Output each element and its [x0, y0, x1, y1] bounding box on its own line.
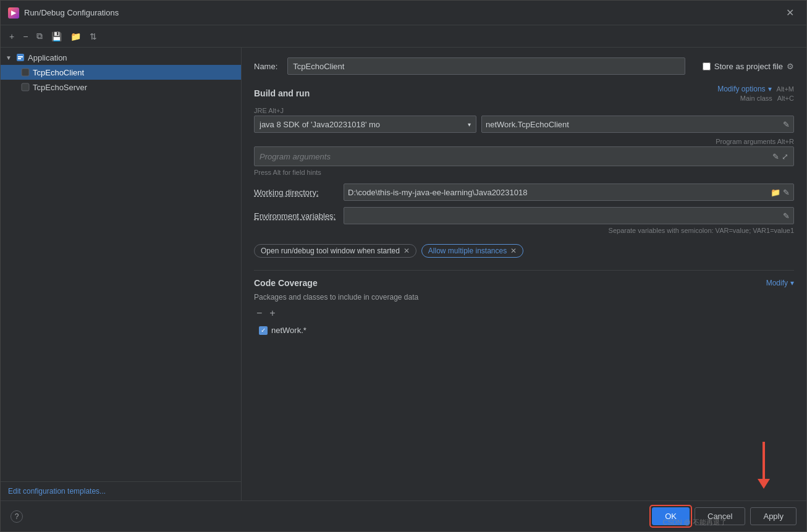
modify-options-link[interactable]: Modify options ▾ Alt+M	[717, 85, 794, 93]
help-button[interactable]: ?	[11, 510, 23, 523]
coverage-remove-button[interactable]: −	[254, 306, 264, 320]
sidebar: ▼ Application	[1, 48, 242, 500]
build-run-section-header: Build and run Modify options ▾ Alt+M Mai…	[254, 85, 794, 102]
coverage-item-network: ✓ netWork.*	[254, 324, 794, 337]
jre-hint: JRE Alt+J	[254, 107, 284, 114]
modify-options-label: Modify options	[717, 85, 765, 93]
sdk-dropdown[interactable]: java 8 SDK of 'Java20231018' mo ▾	[254, 116, 476, 133]
code-coverage-title: Code Coverage	[254, 278, 318, 288]
working-dir-label: Working directory:	[254, 188, 344, 197]
modify-label: Modify	[766, 279, 788, 287]
store-project-checkbox-row: Store as project file ⚙	[703, 62, 794, 71]
copy-config-button[interactable]: ⧉	[33, 28, 46, 44]
main-class-edit-button[interactable]: ✎	[783, 120, 790, 129]
main-class-label: Main class	[740, 95, 772, 102]
jre-hint-row: JRE Alt+J	[254, 107, 794, 114]
store-project-checkbox[interactable]	[703, 62, 711, 70]
working-dir-value: D:\code\this-is-my-java-ee-learning\Java…	[348, 188, 771, 197]
arrow-head	[758, 479, 770, 489]
config-icon-server	[20, 82, 30, 92]
sidebar-item-tcpechoserver[interactable]: TcpEchoServer	[1, 80, 241, 95]
close-button[interactable]: ✕	[781, 4, 799, 21]
tags-row: Open run/debug tool window when started …	[254, 244, 794, 258]
name-input[interactable]	[287, 57, 685, 75]
sidebar-label-tcpechoclient: TcpEchoClient	[33, 68, 84, 77]
program-args-input[interactable]: Program arguments ✎ ⤢	[254, 146, 794, 166]
tag-allow-multiple-instances-label: Allow multiple instances	[428, 247, 507, 255]
svg-rect-3	[22, 69, 29, 76]
working-dir-input[interactable]: D:\code\this-is-my-java-ee-learning\Java…	[344, 184, 794, 201]
apply-button[interactable]: Apply	[750, 507, 796, 525]
env-vars-label: Environment variables:	[254, 211, 344, 221]
name-label: Name:	[254, 62, 277, 71]
sdk-value: java 8 SDK of 'Java20231018' mo	[260, 120, 465, 129]
program-args-placeholder: Program arguments	[260, 152, 331, 161]
sidebar-item-tcpechoclient[interactable]: TcpEchoClient	[1, 65, 241, 80]
tag-open-tool-window-close[interactable]: ✕	[404, 247, 410, 255]
working-dir-folder-button[interactable]: 📁	[771, 188, 780, 197]
edit-templates-link[interactable]: Edit configuration templates...	[1, 481, 241, 500]
svg-rect-4	[22, 83, 29, 91]
store-project-label: Store as project file	[714, 62, 783, 71]
main-class-value: netWork.TcpEchoClient	[486, 120, 783, 129]
coverage-item-label: netWork.*	[271, 326, 306, 335]
program-args-edit-icon[interactable]: ✎	[772, 152, 779, 161]
tag-allow-multiple-instances[interactable]: Allow multiple instances ✕	[421, 244, 523, 258]
sdk-main-class-row: java 8 SDK of 'Java20231018' mo ▾ netWor…	[254, 116, 794, 133]
main-class-input-row: netWork.TcpEchoClient ✎	[481, 116, 794, 133]
svg-rect-1	[18, 56, 23, 57]
code-coverage-section: Code Coverage Modify ▾ Packages and clas…	[254, 270, 794, 337]
build-run-title: Build and run	[254, 88, 310, 98]
coverage-desc: Packages and classes to include in cover…	[254, 293, 794, 302]
config-icon-client	[20, 67, 30, 77]
bottom-left: ?	[11, 510, 647, 523]
sort-button[interactable]: ⇅	[86, 29, 101, 44]
main-class-shortcut: Alt+C	[777, 95, 794, 102]
sdk-dropdown-arrow: ▾	[468, 121, 471, 128]
content-area: ▼ Application	[1, 48, 806, 500]
program-args-section: Program arguments Alt+R Program argument…	[254, 138, 794, 184]
press-alt-hint: Press Alt for field hints	[254, 169, 794, 176]
application-group-label: Application	[28, 53, 67, 62]
toolbar: + − ⧉ 💾 📁 ⇅	[1, 25, 806, 48]
app-icon: ▶	[8, 7, 19, 19]
chevron-down-icon: ▾	[768, 85, 772, 93]
modify-chevron-icon: ▾	[790, 279, 794, 287]
settings-icon: ⚙	[787, 62, 794, 71]
tree-collapse-arrow: ▼	[6, 54, 13, 61]
coverage-checkbox-network[interactable]: ✓	[259, 326, 268, 335]
sidebar-item-application[interactable]: ▼ Application	[1, 50, 241, 65]
arrow-annotation	[758, 442, 770, 489]
remove-config-button[interactable]: −	[19, 29, 32, 44]
arrow-body	[763, 442, 765, 479]
dialog-title: Run/Debug Configurations	[24, 8, 781, 17]
separate-vars-hint: Separate variables with semicolon: VAR=v…	[254, 227, 794, 234]
tag-open-tool-window-label: Open run/debug tool window when started	[261, 247, 400, 255]
modify-link[interactable]: Modify ▾	[766, 279, 794, 287]
config-tree: ▼ Application	[1, 48, 241, 97]
main-panel: Name: Store as project file ⚙ Build and …	[242, 48, 806, 500]
env-vars-edit-button[interactable]: ✎	[783, 211, 790, 221]
tag-allow-multiple-instances-close[interactable]: ✕	[510, 247, 517, 255]
coverage-toolbar: − +	[254, 306, 794, 320]
sidebar-label-tcpechoserver: TcpEchoServer	[33, 83, 87, 92]
save-config-button[interactable]: 💾	[48, 29, 65, 44]
name-row: Name: Store as project file ⚙	[254, 57, 794, 75]
program-args-hint: Program arguments Alt+R	[716, 138, 794, 145]
tag-open-tool-window[interactable]: Open run/debug tool window when started …	[254, 244, 416, 258]
working-dir-edit-button[interactable]: ✎	[783, 188, 790, 197]
move-to-folder-button[interactable]: 📁	[67, 29, 85, 44]
env-vars-input[interactable]: ✎	[344, 207, 794, 224]
coverage-add-button[interactable]: +	[267, 306, 277, 320]
svg-rect-2	[18, 58, 21, 59]
working-dir-row: Working directory: D:\code\this-is-my-ja…	[254, 184, 794, 201]
csdn-watermark: CSDN @ 不能再退了	[663, 518, 727, 527]
code-coverage-header: Code Coverage Modify ▾	[254, 278, 794, 288]
title-bar: ▶ Run/Debug Configurations ✕	[1, 1, 806, 25]
add-config-button[interactable]: +	[6, 29, 18, 44]
application-group-icon	[15, 53, 25, 62]
env-vars-row: Environment variables: ✎	[254, 207, 794, 224]
program-args-expand-icon[interactable]: ⤢	[782, 152, 788, 161]
modify-options-shortcut: Alt+M	[777, 85, 794, 93]
